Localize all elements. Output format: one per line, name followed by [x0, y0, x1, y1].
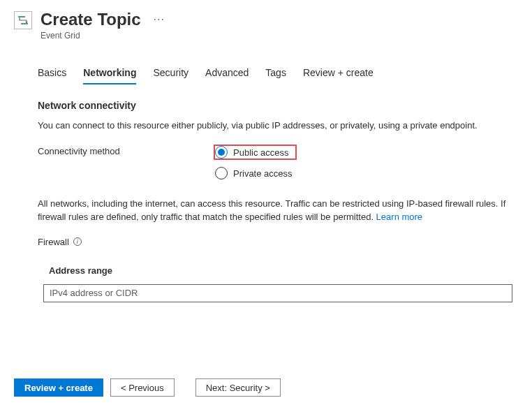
- info-icon[interactable]: i: [73, 237, 82, 246]
- next-button[interactable]: Next: Security >: [195, 378, 281, 397]
- page-subtitle: Event Grid: [40, 31, 168, 40]
- radio-public-label: Public access: [233, 147, 288, 158]
- main-content: Basics Networking Security Advanced Tags…: [0, 67, 532, 302]
- section-description: You can connect to this resource either …: [38, 119, 515, 132]
- review-create-button[interactable]: Review + create: [14, 378, 103, 397]
- radio-private-label: Private access: [233, 168, 293, 179]
- tab-basics[interactable]: Basics: [38, 67, 66, 84]
- tab-security[interactable]: Security: [153, 67, 189, 84]
- info-text: All networks, including the internet, ca…: [38, 198, 515, 224]
- radio-private-access[interactable]: Private access: [214, 165, 297, 181]
- tab-tags[interactable]: Tags: [265, 67, 286, 84]
- page-title: Create Topic: [40, 10, 141, 29]
- section-title: Network connectivity: [38, 100, 515, 111]
- firewall-label-row: Firewall i: [38, 237, 515, 247]
- connectivity-row: Connectivity method Public access Privat…: [38, 145, 515, 181]
- more-menu-icon[interactable]: ···: [151, 13, 168, 26]
- page-header: Create Topic ··· Event Grid: [0, 0, 532, 40]
- topic-icon: [14, 11, 32, 29]
- radio-public-access[interactable]: Public access: [214, 145, 297, 160]
- previous-button[interactable]: < Previous: [110, 378, 175, 397]
- radio-checked-icon: [215, 146, 228, 159]
- footer-bar: Review + create < Previous Next: Securit…: [0, 369, 532, 405]
- tab-networking[interactable]: Networking: [83, 67, 136, 84]
- tab-advanced[interactable]: Advanced: [205, 67, 249, 84]
- connectivity-label: Connectivity method: [38, 145, 214, 181]
- svg-marker-2: [25, 22, 28, 23]
- svg-rect-1: [21, 23, 28, 24]
- svg-rect-0: [18, 16, 25, 17]
- address-range-label: Address range: [49, 265, 515, 276]
- tab-review-create[interactable]: Review + create: [303, 67, 374, 84]
- radio-unchecked-icon: [215, 167, 228, 179]
- firewall-label: Firewall: [38, 237, 69, 247]
- info-body: All networks, including the internet, ca…: [38, 198, 505, 222]
- address-range-input[interactable]: [43, 284, 512, 302]
- learn-more-link[interactable]: Learn more: [376, 212, 422, 222]
- tab-bar: Basics Networking Security Advanced Tags…: [38, 67, 515, 84]
- connectivity-radio-group: Public access Private access: [214, 145, 297, 181]
